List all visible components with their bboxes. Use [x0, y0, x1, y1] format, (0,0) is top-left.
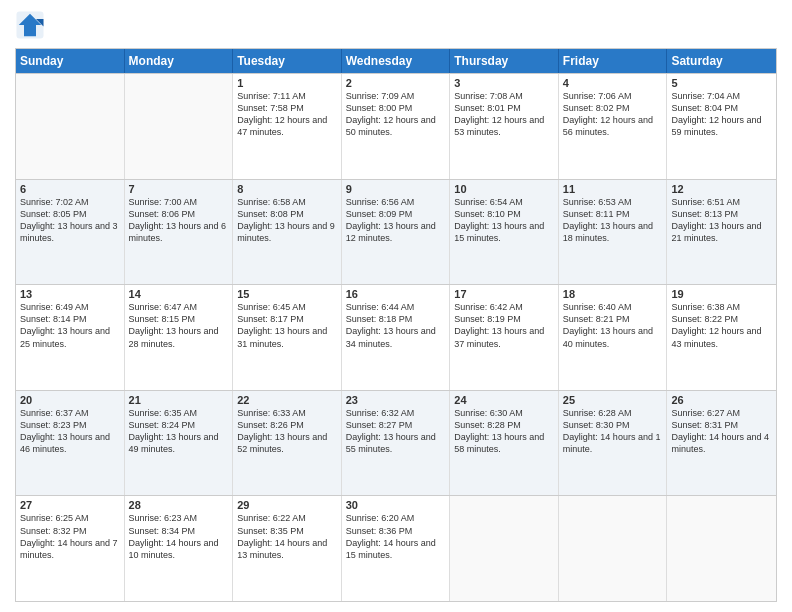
calendar-cell: 15Sunrise: 6:45 AMSunset: 8:17 PMDayligh… — [233, 285, 342, 390]
day-number: 27 — [20, 499, 120, 511]
day-number: 15 — [237, 288, 337, 300]
cell-details: Sunrise: 6:47 AMSunset: 8:15 PMDaylight:… — [129, 301, 229, 350]
calendar-cell: 1Sunrise: 7:11 AMSunset: 7:58 PMDaylight… — [233, 74, 342, 179]
calendar-header-row: SundayMondayTuesdayWednesdayThursdayFrid… — [16, 49, 776, 73]
logo-icon — [15, 10, 45, 40]
calendar-cell: 7Sunrise: 7:00 AMSunset: 8:06 PMDaylight… — [125, 180, 234, 285]
day-number: 7 — [129, 183, 229, 195]
calendar-cell: 28Sunrise: 6:23 AMSunset: 8:34 PMDayligh… — [125, 496, 234, 601]
cell-details: Sunrise: 6:42 AMSunset: 8:19 PMDaylight:… — [454, 301, 554, 350]
calendar-cell — [16, 74, 125, 179]
cell-details: Sunrise: 6:53 AMSunset: 8:11 PMDaylight:… — [563, 196, 663, 245]
calendar-cell: 17Sunrise: 6:42 AMSunset: 8:19 PMDayligh… — [450, 285, 559, 390]
cell-details: Sunrise: 7:08 AMSunset: 8:01 PMDaylight:… — [454, 90, 554, 139]
cell-details: Sunrise: 6:27 AMSunset: 8:31 PMDaylight:… — [671, 407, 772, 456]
calendar-week-1: 1Sunrise: 7:11 AMSunset: 7:58 PMDaylight… — [16, 73, 776, 179]
cell-details: Sunrise: 6:25 AMSunset: 8:32 PMDaylight:… — [20, 512, 120, 561]
calendar-cell: 21Sunrise: 6:35 AMSunset: 8:24 PMDayligh… — [125, 391, 234, 496]
cell-details: Sunrise: 6:58 AMSunset: 8:08 PMDaylight:… — [237, 196, 337, 245]
calendar-cell: 25Sunrise: 6:28 AMSunset: 8:30 PMDayligh… — [559, 391, 668, 496]
cell-details: Sunrise: 6:20 AMSunset: 8:36 PMDaylight:… — [346, 512, 446, 561]
header-day-wednesday: Wednesday — [342, 49, 451, 73]
calendar-cell: 13Sunrise: 6:49 AMSunset: 8:14 PMDayligh… — [16, 285, 125, 390]
day-number: 26 — [671, 394, 772, 406]
day-number: 10 — [454, 183, 554, 195]
day-number: 22 — [237, 394, 337, 406]
calendar-cell: 26Sunrise: 6:27 AMSunset: 8:31 PMDayligh… — [667, 391, 776, 496]
day-number: 17 — [454, 288, 554, 300]
header-day-sunday: Sunday — [16, 49, 125, 73]
calendar-week-2: 6Sunrise: 7:02 AMSunset: 8:05 PMDaylight… — [16, 179, 776, 285]
calendar-week-4: 20Sunrise: 6:37 AMSunset: 8:23 PMDayligh… — [16, 390, 776, 496]
cell-details: Sunrise: 7:11 AMSunset: 7:58 PMDaylight:… — [237, 90, 337, 139]
day-number: 23 — [346, 394, 446, 406]
calendar-cell: 30Sunrise: 6:20 AMSunset: 8:36 PMDayligh… — [342, 496, 451, 601]
calendar-cell: 14Sunrise: 6:47 AMSunset: 8:15 PMDayligh… — [125, 285, 234, 390]
calendar-cell: 9Sunrise: 6:56 AMSunset: 8:09 PMDaylight… — [342, 180, 451, 285]
day-number: 2 — [346, 77, 446, 89]
cell-details: Sunrise: 6:49 AMSunset: 8:14 PMDaylight:… — [20, 301, 120, 350]
cell-details: Sunrise: 7:04 AMSunset: 8:04 PMDaylight:… — [671, 90, 772, 139]
calendar-cell: 23Sunrise: 6:32 AMSunset: 8:27 PMDayligh… — [342, 391, 451, 496]
day-number: 5 — [671, 77, 772, 89]
day-number: 9 — [346, 183, 446, 195]
header-day-thursday: Thursday — [450, 49, 559, 73]
day-number: 29 — [237, 499, 337, 511]
day-number: 11 — [563, 183, 663, 195]
calendar-cell: 29Sunrise: 6:22 AMSunset: 8:35 PMDayligh… — [233, 496, 342, 601]
calendar-cell: 10Sunrise: 6:54 AMSunset: 8:10 PMDayligh… — [450, 180, 559, 285]
logo — [15, 10, 49, 40]
cell-details: Sunrise: 6:44 AMSunset: 8:18 PMDaylight:… — [346, 301, 446, 350]
cell-details: Sunrise: 6:38 AMSunset: 8:22 PMDaylight:… — [671, 301, 772, 350]
day-number: 3 — [454, 77, 554, 89]
calendar-body: 1Sunrise: 7:11 AMSunset: 7:58 PMDaylight… — [16, 73, 776, 601]
calendar-cell: 6Sunrise: 7:02 AMSunset: 8:05 PMDaylight… — [16, 180, 125, 285]
day-number: 24 — [454, 394, 554, 406]
day-number: 20 — [20, 394, 120, 406]
day-number: 1 — [237, 77, 337, 89]
page: SundayMondayTuesdayWednesdayThursdayFrid… — [0, 0, 792, 612]
cell-details: Sunrise: 7:06 AMSunset: 8:02 PMDaylight:… — [563, 90, 663, 139]
calendar-cell: 16Sunrise: 6:44 AMSunset: 8:18 PMDayligh… — [342, 285, 451, 390]
header-day-monday: Monday — [125, 49, 234, 73]
calendar-cell: 18Sunrise: 6:40 AMSunset: 8:21 PMDayligh… — [559, 285, 668, 390]
cell-details: Sunrise: 6:23 AMSunset: 8:34 PMDaylight:… — [129, 512, 229, 561]
cell-details: Sunrise: 6:28 AMSunset: 8:30 PMDaylight:… — [563, 407, 663, 456]
cell-details: Sunrise: 6:35 AMSunset: 8:24 PMDaylight:… — [129, 407, 229, 456]
day-number: 21 — [129, 394, 229, 406]
calendar-cell: 2Sunrise: 7:09 AMSunset: 8:00 PMDaylight… — [342, 74, 451, 179]
day-number: 13 — [20, 288, 120, 300]
calendar-cell: 22Sunrise: 6:33 AMSunset: 8:26 PMDayligh… — [233, 391, 342, 496]
calendar-cell — [667, 496, 776, 601]
day-number: 18 — [563, 288, 663, 300]
cell-details: Sunrise: 6:33 AMSunset: 8:26 PMDaylight:… — [237, 407, 337, 456]
cell-details: Sunrise: 6:37 AMSunset: 8:23 PMDaylight:… — [20, 407, 120, 456]
header-day-saturday: Saturday — [667, 49, 776, 73]
day-number: 4 — [563, 77, 663, 89]
cell-details: Sunrise: 6:30 AMSunset: 8:28 PMDaylight:… — [454, 407, 554, 456]
cell-details: Sunrise: 6:22 AMSunset: 8:35 PMDaylight:… — [237, 512, 337, 561]
cell-details: Sunrise: 6:45 AMSunset: 8:17 PMDaylight:… — [237, 301, 337, 350]
cell-details: Sunrise: 6:32 AMSunset: 8:27 PMDaylight:… — [346, 407, 446, 456]
cell-details: Sunrise: 7:00 AMSunset: 8:06 PMDaylight:… — [129, 196, 229, 245]
cell-details: Sunrise: 6:54 AMSunset: 8:10 PMDaylight:… — [454, 196, 554, 245]
calendar-week-5: 27Sunrise: 6:25 AMSunset: 8:32 PMDayligh… — [16, 495, 776, 601]
cell-details: Sunrise: 6:40 AMSunset: 8:21 PMDaylight:… — [563, 301, 663, 350]
day-number: 30 — [346, 499, 446, 511]
calendar-cell: 19Sunrise: 6:38 AMSunset: 8:22 PMDayligh… — [667, 285, 776, 390]
day-number: 28 — [129, 499, 229, 511]
day-number: 8 — [237, 183, 337, 195]
calendar: SundayMondayTuesdayWednesdayThursdayFrid… — [15, 48, 777, 602]
day-number: 12 — [671, 183, 772, 195]
calendar-cell: 12Sunrise: 6:51 AMSunset: 8:13 PMDayligh… — [667, 180, 776, 285]
cell-details: Sunrise: 6:56 AMSunset: 8:09 PMDaylight:… — [346, 196, 446, 245]
calendar-cell: 8Sunrise: 6:58 AMSunset: 8:08 PMDaylight… — [233, 180, 342, 285]
cell-details: Sunrise: 6:51 AMSunset: 8:13 PMDaylight:… — [671, 196, 772, 245]
day-number: 14 — [129, 288, 229, 300]
day-number: 6 — [20, 183, 120, 195]
calendar-cell: 24Sunrise: 6:30 AMSunset: 8:28 PMDayligh… — [450, 391, 559, 496]
calendar-cell — [559, 496, 668, 601]
calendar-cell: 27Sunrise: 6:25 AMSunset: 8:32 PMDayligh… — [16, 496, 125, 601]
calendar-cell: 4Sunrise: 7:06 AMSunset: 8:02 PMDaylight… — [559, 74, 668, 179]
calendar-cell: 3Sunrise: 7:08 AMSunset: 8:01 PMDaylight… — [450, 74, 559, 179]
